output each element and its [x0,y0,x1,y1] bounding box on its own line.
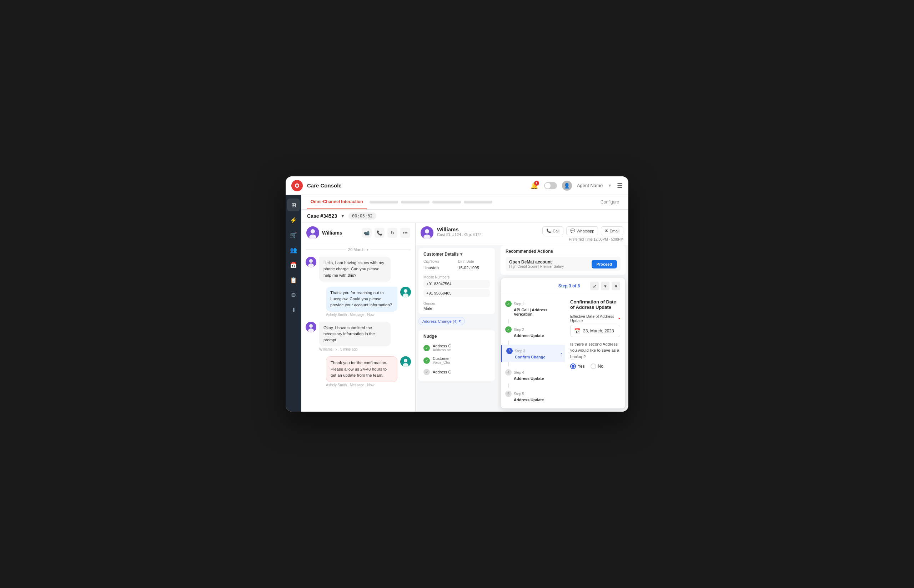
birth-date-field: Birth Date 15-02-1995 [458,260,490,271]
svg-point-8 [404,289,407,293]
date-input-field[interactable]: 📅 23, March, 2023 [570,325,620,337]
refresh-button[interactable]: ↻ [388,228,397,238]
radio-yes-label: Yes [578,364,585,369]
notification-badge: 1 [534,181,539,186]
proceed-button[interactable]: Proceed [592,260,617,268]
call-button[interactable]: 📞 Call [543,226,564,235]
workflow-step-1[interactable]: ✓ Step 1 API Call | Address Verication [501,298,565,319]
user-name[interactable]: Agent Name [577,183,603,188]
sidebar-item-settings[interactable]: ⚙ [287,289,300,301]
customer-detail-avatar [421,226,433,239]
call-icon: 📞 [546,228,551,233]
sidebar-item-grid[interactable]: ⊞ [287,199,300,212]
step-5-num: Step 5 [514,392,524,396]
message-row: Hello, I am having issues with my phone … [305,257,411,282]
svg-point-14 [404,359,407,362]
customer-id: Cust ID: #124 . Grp: #124 [437,233,539,237]
chat-messages: 20 March ▾ Hello, I am having issues wit… [301,243,415,412]
nudge-text-2: Customer Voice_Cha [433,356,450,365]
chat-header: Williams 📹 📞 ↻ ••• [301,223,415,243]
mobile-numbers-section: Mobile Numbers +91 83947564 +91 95859485 [423,273,490,297]
workflow-step-3[interactable]: 3 Step 3 Confirm Change › [501,345,565,362]
step-divider-2 [509,341,509,345]
sidebar-item-cart[interactable]: 🛒 [287,228,300,241]
case-dropdown-icon[interactable]: ▼ [341,213,345,218]
preferred-time: Preferred Time 12:00PM - 5:00PM [569,237,623,241]
user-avatar-icon[interactable]: 👤 [562,181,572,191]
main-layout: ⊞ ⚡ 🛒 👥 📅 📋 ⚙ ⬇ Omni-Channel Interaction… [286,195,628,412]
workflow-body: ✓ Step 1 API Call | Address Verication [501,294,625,409]
step-5-header: 5 Step 5 [505,391,560,397]
email-icon: ✉ [605,228,608,233]
sidebar-item-users[interactable]: 👥 [287,244,300,256]
rec-item: Open DeMat account High Credit Score | P… [505,257,620,271]
tab-placeholder-1 [370,200,398,204]
city-field: City/Town Houston [423,260,455,271]
date-value: 23, March, 2023 [583,328,614,333]
message-agent-avatar2 [400,356,411,367]
video-call-button[interactable]: 📹 [362,228,371,238]
sidebar-item-calendar[interactable]: 📅 [287,258,300,271]
tab-configure[interactable]: Configure [597,195,623,209]
radio-no-circle [591,363,596,369]
rec-item-name: Open DeMat account [509,260,564,265]
toggle-switch[interactable] [544,182,557,189]
dropdown-chevron-icon: ▾ [459,319,461,323]
workflow-step-4[interactable]: 4 Step 4 Address Update [501,366,565,383]
radio-no-label: No [598,364,603,369]
email-button[interactable]: ✉ Email [601,226,623,235]
mobile-field-2: +91 95859485 [423,289,490,297]
calendar-icon: 📅 [574,328,580,334]
message-customer-avatar [305,257,317,267]
step-2-num: Step 2 [514,328,524,332]
hamburger-menu-icon[interactable]: ☰ [617,182,623,190]
whatsapp-button[interactable]: 💬 Whatsapp [566,226,598,235]
radio-yes[interactable]: Yes [570,363,585,369]
workflow-step-5[interactable]: 5 Step 5 Address Update [501,388,565,405]
workflow-collapse-button[interactable]: ▾ [601,282,609,290]
customer-details-title: Customer Details ▾ [423,252,490,257]
sidebar-item-clipboard[interactable]: 📋 [287,273,300,286]
notifications-button[interactable]: 🔔 1 [529,181,539,191]
left-column: Customer Details ▾ City/Town Houston [416,245,498,412]
phone-call-button[interactable]: 📞 [375,228,384,238]
radio-no[interactable]: No [591,363,603,369]
sidebar-item-lightning[interactable]: ⚡ [287,213,300,226]
workflow-header: Step 3 of 6 ⤢ ▾ ✕ [501,278,625,294]
tab-placeholder-3 [432,200,461,204]
tab-omni-channel[interactable]: Omni-Channel Interaction [307,195,367,209]
step-5-dot: 5 [505,391,512,397]
customer-name: Williams [437,226,539,233]
case-header: Case #34523 ▼ 00:05:32 [301,210,628,223]
details-chevron-icon[interactable]: ▾ [460,252,462,257]
gender-section: Gender Male [423,300,490,310]
right-column: Recommended Actions Open DeMat account H… [498,245,628,412]
step-4-dot: 4 [505,369,512,376]
chat-actions: 📹 📞 ↻ ••• [362,228,410,238]
gender-value: Male [423,306,490,310]
step-3-header: 3 Step 3 [506,348,560,354]
workflow-expand-button[interactable]: ⤢ [590,282,599,290]
chat-customer-name: Williams [322,230,359,236]
app-title: Care Console [307,183,525,189]
mobile-label: Mobile Numbers [423,275,449,279]
workflow-step-2[interactable]: ✓ Step 2 Address Update [501,323,565,341]
logo-icon [291,180,303,191]
more-options-button[interactable]: ••• [400,228,410,238]
step-4-header: 4 Step 4 [505,369,560,376]
message-bubble: Hello, I am having issues with my phone … [319,257,391,282]
tabs-bar: Omni-Channel Interaction Configure [301,195,628,210]
nudge-check-icon-1: ✓ [423,345,430,351]
panels: Williams 📹 📞 ↻ ••• 20 March ▾ [301,223,628,412]
sidebar-item-download[interactable]: ⬇ [287,304,300,316]
message-meta-confirm: Ashely Smith . Message . Now [326,383,397,387]
content-area: Omni-Channel Interaction Configure Case … [301,195,628,412]
top-bar: Care Console 🔔 1 👤 Agent Name ▼ ☰ [286,176,628,195]
nudge-item-3: ✓ Address C [423,367,490,377]
svg-point-5 [309,259,313,263]
svg-point-17 [425,229,429,234]
workflow-close-button[interactable]: ✕ [612,282,620,290]
message-row-confirm: Thank you for the confirmation. Please a… [305,356,411,387]
nudge-check-icon-3: ✓ [423,369,430,375]
address-change-dropdown[interactable]: Address Change (4) ▾ [418,317,465,325]
